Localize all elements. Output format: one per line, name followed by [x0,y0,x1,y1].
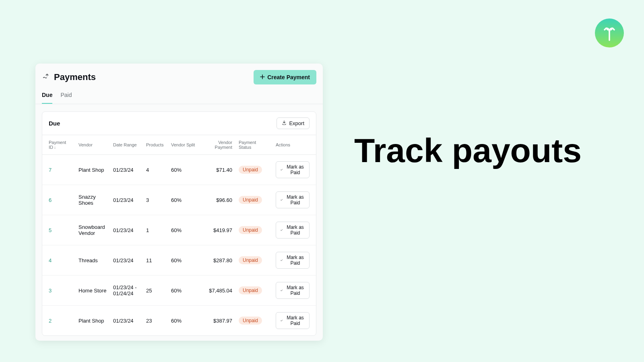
vendor-cell: Plant Shop [75,306,110,336]
payment-cell: $7,485.04 [199,276,235,306]
vendor-cell: Snowboard Vendor [75,215,110,245]
col-products[interactable]: Products [143,135,168,155]
split-cell: 60% [168,185,199,215]
headline: Track payouts [354,133,582,168]
vendor-cell: Snazzy Shoes [75,185,110,215]
table-row: 6 Snazzy Shoes 01/23/24 3 60% $96.60 Unp… [42,185,316,215]
split-cell: 60% [168,155,199,185]
status-badge: Unpaid [239,286,262,294]
mark-paid-button[interactable]: Mark as Paid [276,282,310,299]
mark-paid-button[interactable]: Mark as Paid [276,252,310,269]
date-cell: 01/23/24 [110,155,143,185]
vendor-cell: Plant Shop [75,155,110,185]
payment-id-link[interactable]: 5 [49,227,52,233]
payment-cell: $387.97 [199,306,235,336]
check-icon [280,258,283,262]
table-row: 4 Threads 01/23/24 11 60% $287.80 Unpaid… [42,245,316,276]
plus-icon [260,74,265,80]
status-badge: Unpaid [239,166,262,174]
mark-paid-button[interactable]: Mark as Paid [276,312,310,329]
brand-logo [595,19,624,47]
payments-panel: Payments Create Payment Due Paid Due Exp… [35,64,323,341]
mark-paid-button[interactable]: Mark as Paid [276,222,310,239]
table-row: 3 Home Store 01/23/24 - 01/24/24 25 60% … [42,276,316,306]
products-cell: 25 [143,276,168,306]
due-card: Due Export Payment ID↓ Vendor Date Range… [42,111,316,336]
card-title: Due [49,120,60,127]
payment-cell: $96.60 [199,185,235,215]
tabs: Due Paid [35,84,323,104]
page-title: Payments [54,72,96,82]
create-payment-button[interactable]: Create Payment [254,70,316,84]
payment-cell: $71.40 [199,155,235,185]
payment-id-link[interactable]: 7 [49,167,52,173]
check-icon [280,319,283,323]
split-cell: 60% [168,245,199,276]
products-cell: 1 [143,215,168,245]
table-row: 2 Plant Shop 01/23/24 23 60% $387.97 Unp… [42,306,316,336]
payments-table: Payment ID↓ Vendor Date Range Products V… [42,135,316,335]
payment-cell: $287.80 [199,245,235,276]
products-cell: 23 [143,306,168,336]
mark-paid-button[interactable]: Mark as Paid [276,161,310,178]
products-cell: 3 [143,185,168,215]
payment-id-link[interactable]: 6 [49,197,52,203]
date-cell: 01/23/24 [110,245,143,276]
col-vendor-payment[interactable]: Vendor Payment [199,135,235,155]
sort-desc-icon: ↓ [54,145,56,150]
col-vendor[interactable]: Vendor [75,135,110,155]
products-cell: 11 [143,245,168,276]
export-button[interactable]: Export [277,117,310,129]
export-icon [282,120,287,126]
status-badge: Unpaid [239,256,262,264]
products-cell: 4 [143,155,168,185]
date-cell: 01/23/24 [110,306,143,336]
split-cell: 60% [168,306,199,336]
date-cell: 01/23/24 - 01/24/24 [110,276,143,306]
col-date-range[interactable]: Date Range [110,135,143,155]
payment-cell: $419.97 [199,215,235,245]
col-actions: Actions [272,135,316,155]
date-cell: 01/23/24 [110,215,143,245]
payment-id-link[interactable]: 4 [49,257,52,263]
col-payment-id[interactable]: Payment ID↓ [42,135,75,155]
svg-point-0 [43,77,44,78]
payments-icon [42,72,50,82]
status-badge: Unpaid [239,196,262,204]
status-badge: Unpaid [239,317,262,325]
col-vendor-split[interactable]: Vendor Split [168,135,199,155]
split-cell: 60% [168,215,199,245]
check-icon [280,288,283,292]
status-badge: Unpaid [239,226,262,234]
check-icon [280,198,283,202]
vendor-cell: Home Store [75,276,110,306]
date-cell: 01/23/24 [110,185,143,215]
col-payment-status[interactable]: Payment Status [235,135,272,155]
vendor-cell: Threads [75,245,110,276]
tab-paid[interactable]: Paid [60,92,72,104]
split-cell: 60% [168,276,199,306]
check-icon [280,228,283,232]
check-icon [280,168,283,172]
table-row: 5 Snowboard Vendor 01/23/24 1 60% $419.9… [42,215,316,245]
table-row: 7 Plant Shop 01/23/24 4 60% $71.40 Unpai… [42,155,316,185]
payment-id-link[interactable]: 3 [49,288,52,294]
payment-id-link[interactable]: 2 [49,318,52,324]
mark-paid-button[interactable]: Mark as Paid [276,191,310,208]
tab-due[interactable]: Due [42,92,52,104]
